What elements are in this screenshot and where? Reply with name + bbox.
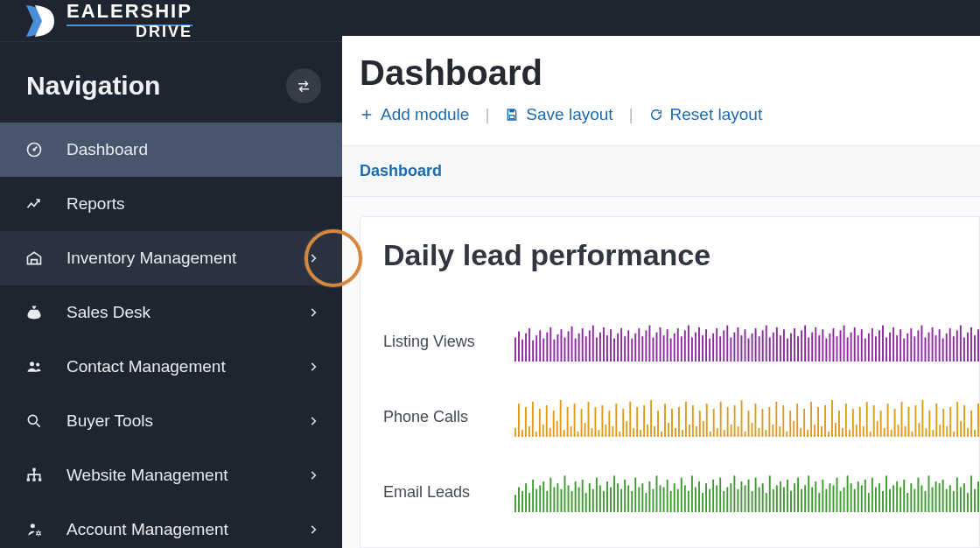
svg-rect-379 <box>868 493 870 512</box>
svg-rect-357 <box>790 491 792 512</box>
svg-rect-289 <box>550 478 551 512</box>
svg-rect-232 <box>817 407 819 437</box>
people-icon <box>24 357 44 376</box>
svg-rect-115 <box>875 336 877 362</box>
svg-rect-392 <box>914 489 915 512</box>
svg-rect-96 <box>808 337 809 362</box>
svg-rect-288 <box>546 491 548 512</box>
sidebar-item-label: Account Management <box>66 520 305 539</box>
svg-rect-354 <box>780 481 781 512</box>
svg-rect-327 <box>684 485 686 512</box>
svg-rect-153 <box>542 425 544 437</box>
svg-rect-79 <box>748 339 750 362</box>
sidebar-item-inventory[interactable]: Inventory Management <box>0 231 342 285</box>
svg-rect-234 <box>824 405 826 437</box>
user-cog-icon <box>24 520 44 539</box>
sidebar-item-label: Dashboard <box>66 140 321 159</box>
svg-rect-111 <box>861 329 863 362</box>
svg-rect-215 <box>758 428 760 437</box>
svg-rect-211 <box>745 432 746 437</box>
svg-rect-66 <box>702 335 704 362</box>
svg-rect-398 <box>935 481 937 512</box>
svg-rect-112 <box>864 339 866 362</box>
svg-rect-403 <box>953 491 955 512</box>
svg-rect-252 <box>887 404 889 437</box>
sidebar-item-account[interactable]: Account Management <box>0 502 342 548</box>
svg-rect-53 <box>656 333 658 362</box>
plus-icon <box>360 108 374 122</box>
svg-rect-310 <box>624 480 626 512</box>
svg-rect-263 <box>925 428 927 437</box>
svg-rect-40 <box>610 329 612 362</box>
add-module-button[interactable]: Add module <box>360 105 469 124</box>
reset-layout-button[interactable]: Reset layout <box>649 105 763 124</box>
svg-rect-28 <box>568 332 570 362</box>
svg-rect-193 <box>682 430 683 437</box>
svg-rect-194 <box>685 402 687 437</box>
svg-rect-366 <box>822 480 823 512</box>
sidebar-item-website[interactable]: Website Management <box>0 448 342 502</box>
svg-rect-243 <box>856 425 858 437</box>
svg-rect-51 <box>648 326 650 362</box>
page-header: Dashboard Add module | Save layout | Res… <box>342 36 980 145</box>
sidebar-item-dashboard[interactable]: Dashboard <box>0 123 342 177</box>
brand-name-lower: DRIVE <box>66 23 192 41</box>
svg-rect-55 <box>663 335 665 362</box>
svg-rect-129 <box>925 337 927 362</box>
chevron-right-icon <box>305 250 321 266</box>
svg-rect-385 <box>889 489 891 512</box>
svg-rect-316 <box>645 493 647 512</box>
brand-logo[interactable]: EALERSHIP DRIVE <box>21 0 192 41</box>
svg-rect-72 <box>723 330 724 362</box>
svg-rect-149 <box>528 426 530 437</box>
svg-rect-43 <box>620 328 622 362</box>
svg-rect-380 <box>872 478 873 512</box>
svg-rect-326 <box>681 478 682 512</box>
sidebar-item-buyer-tools[interactable]: Buyer Tools <box>0 394 342 448</box>
svg-rect-359 <box>797 478 799 512</box>
svg-rect-277 <box>974 430 976 437</box>
svg-rect-203 <box>717 428 718 437</box>
svg-rect-255 <box>898 425 900 437</box>
svg-rect-159 <box>564 430 565 437</box>
sparkline-row-phone-calls: Phone Calls <box>383 397 979 437</box>
svg-rect-132 <box>935 335 937 362</box>
svg-rect-325 <box>677 489 679 512</box>
svg-rect-223 <box>786 432 788 437</box>
svg-rect-100 <box>822 329 823 362</box>
svg-rect-371 <box>840 491 842 512</box>
svg-rect-304 <box>603 491 605 512</box>
svg-rect-317 <box>648 481 650 512</box>
svg-rect-320 <box>660 485 662 512</box>
svg-rect-124 <box>906 334 908 362</box>
svg-rect-273 <box>960 421 962 437</box>
svg-rect-57 <box>670 339 672 362</box>
svg-rect-163 <box>578 432 579 437</box>
svg-rect-249 <box>877 421 878 437</box>
svg-rect-7 <box>32 478 35 481</box>
sidebar-item-sales-desk[interactable]: Sales Desk <box>0 285 342 340</box>
svg-rect-110 <box>858 335 859 362</box>
svg-rect-135 <box>946 334 948 362</box>
breadcrumb[interactable]: Dashboard <box>342 145 980 197</box>
svg-rect-319 <box>656 475 658 512</box>
svg-rect-408 <box>970 475 972 512</box>
svg-rect-330 <box>695 488 696 512</box>
svg-rect-123 <box>903 339 905 362</box>
svg-rect-298 <box>582 480 584 512</box>
sparkline-row-email-leads: Email Leads <box>383 472 979 512</box>
svg-rect-186 <box>657 411 659 437</box>
svg-rect-406 <box>963 483 965 512</box>
sidebar-item-contacts[interactable]: Contact Management <box>0 340 342 394</box>
sidebar-item-reports[interactable]: Reports <box>0 177 342 231</box>
svg-rect-376 <box>858 481 859 512</box>
svg-rect-20 <box>539 330 541 362</box>
svg-rect-282 <box>525 483 527 512</box>
svg-rect-98 <box>815 327 816 362</box>
svg-rect-322 <box>667 480 668 512</box>
sparkline-label: Email Leads <box>383 483 514 502</box>
swap-nav-button[interactable] <box>286 68 321 103</box>
svg-point-10 <box>37 532 39 535</box>
svg-rect-170 <box>601 405 603 437</box>
save-layout-button[interactable]: Save layout <box>505 105 612 124</box>
